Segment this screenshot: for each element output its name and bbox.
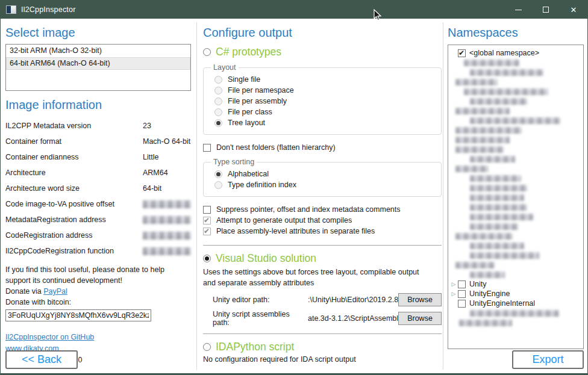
redacted-namespace <box>470 243 524 249</box>
checkbox-icon <box>203 144 211 152</box>
visual-studio-solution-radio[interactable]: Visual Studio solution <box>203 252 442 265</box>
namespace-item-redacted[interactable] <box>449 173 582 183</box>
image-info-table: IL2CPP Metadata version23Container forma… <box>5 118 191 259</box>
layout-option[interactable]: File per namespace <box>214 85 435 96</box>
image-listbox[interactable]: 32-bit ARM (Mach-O 32-bit)64-bit ARM64 (… <box>5 44 191 91</box>
image-list-item[interactable]: 64-bit ARM64 (Mach-O 64-bit) <box>6 57 190 70</box>
layout-option[interactable]: Tree layout <box>214 117 435 128</box>
namespace-label: Unity <box>469 280 486 288</box>
namespace-item-redacted[interactable] <box>449 222 582 231</box>
info-value: 64-bit <box>143 184 161 193</box>
output-option-checkbox[interactable]: Attempt to generate output that compiles <box>203 215 442 226</box>
select-image-heading: Select image <box>5 26 191 40</box>
separator <box>203 333 442 334</box>
redacted-namespace <box>455 262 495 268</box>
donate-via-prefix: Donate via <box>5 287 43 296</box>
namespace-item-redacted[interactable] <box>449 308 582 318</box>
github-link[interactable]: Il2CppInspector on GitHub <box>5 333 94 341</box>
flatten-hierarchy-label: Don't nest folders (flatten hierarchy) <box>216 143 336 152</box>
layout-option[interactable]: Single file <box>214 74 435 85</box>
output-option-checkbox[interactable]: Suppress pointer, offset and index metad… <box>203 204 442 215</box>
namespace-item-redacted[interactable] <box>449 250 582 260</box>
namespace-checkbox[interactable] <box>458 280 466 288</box>
namespace-item-redacted[interactable] <box>449 96 582 106</box>
namespace-item-redacted[interactable] <box>449 116 582 125</box>
minimize-button[interactable] <box>504 1 532 19</box>
redacted-value <box>143 216 191 224</box>
layout-option[interactable]: File per class <box>214 107 435 117</box>
namespace-item[interactable]: <global namespace> <box>449 48 582 58</box>
namespace-checkbox[interactable] <box>458 300 466 308</box>
namespace-item-redacted[interactable] <box>449 144 582 154</box>
type-sorting-options: AlphabeticalType definition index <box>210 169 435 190</box>
namespace-item-redacted[interactable] <box>449 58 582 67</box>
namespace-item-redacted[interactable] <box>449 125 582 135</box>
flatten-hierarchy-checkbox[interactable]: Don't nest folders (flatten hierarchy) <box>203 142 442 153</box>
bitcoin-address-input[interactable] <box>5 309 151 321</box>
browse-button[interactable]: Browse <box>398 312 442 325</box>
idapython-script-radio[interactable]: IDAPython script <box>203 341 442 353</box>
path-field-label: Unity editor path: <box>213 296 308 304</box>
titlebar: Il2CppInspector ✕ <box>1 1 587 19</box>
namespace-item-redacted[interactable] <box>449 241 582 250</box>
csharp-prototypes-radio[interactable]: C# prototypes <box>203 46 442 58</box>
checkbox-icon <box>203 228 211 235</box>
output-option-label: Place assembly-level attributes in separ… <box>216 227 375 235</box>
namespace-item[interactable]: UnityEngineInternal <box>449 299 582 308</box>
namespace-item[interactable]: ▷Unity <box>449 279 582 289</box>
visual-studio-solution-label: Visual Studio solution <box>216 252 316 265</box>
namespace-item-redacted[interactable] <box>449 318 582 327</box>
namespace-item-redacted[interactable] <box>449 106 582 116</box>
info-row: Il2CppCodeRegistration function <box>5 243 191 259</box>
info-label: Il2CppCodeRegistration function <box>5 247 143 255</box>
namespace-item-redacted[interactable] <box>449 260 582 270</box>
image-list-item[interactable]: 32-bit ARM (Mach-O 32-bit) <box>6 45 190 57</box>
namespace-item-redacted[interactable] <box>449 183 582 193</box>
redacted-namespace <box>464 88 548 95</box>
redacted-namespace <box>470 194 524 201</box>
redacted-namespace <box>455 137 510 143</box>
layout-group: Layout Single fileFile per namespaceFile… <box>203 63 442 135</box>
bitcoin-label: Donate with bitcoin: <box>5 297 191 308</box>
namespace-item-redacted[interactable] <box>449 67 582 77</box>
redacted-value <box>143 232 191 240</box>
maximize-button[interactable] <box>532 1 560 19</box>
expander-icon[interactable]: ▷ <box>449 290 458 298</box>
redacted-namespace <box>470 185 527 191</box>
layout-option-label: Tree layout <box>228 119 265 127</box>
namespace-item-redacted[interactable] <box>449 135 582 144</box>
browse-button[interactable]: Browse <box>398 293 442 306</box>
namespace-item[interactable]: ▷UnityEngine <box>449 289 582 299</box>
info-row: MetadataRegistration address <box>5 212 191 228</box>
namespace-item-redacted[interactable] <box>449 154 582 164</box>
radio-icon <box>203 343 211 351</box>
layout-option[interactable]: File per assembly <box>214 96 435 107</box>
visual-studio-description: Uses the settings above but forces tree … <box>203 267 432 288</box>
namespace-item-redacted[interactable] <box>449 193 582 202</box>
layout-options: Single fileFile per namespaceFile per as… <box>210 74 435 128</box>
info-label: Architecture word size <box>5 184 143 193</box>
namespaces-tree[interactable]: <global namespace>▷Unity▷UnityEngineUnit… <box>448 45 584 349</box>
info-label: IL2CPP Metadata version <box>5 122 143 130</box>
namespace-item-redacted[interactable] <box>449 212 582 222</box>
info-row: Container formatMach-O 64-bit <box>5 134 191 149</box>
namespace-checkbox[interactable] <box>458 49 466 57</box>
output-option-checkbox[interactable]: Place assembly-level attributes in separ… <box>203 226 442 237</box>
type-sorting-option[interactable]: Alphabetical <box>214 169 435 179</box>
radio-icon <box>214 181 222 189</box>
namespace-item-redacted[interactable] <box>449 87 582 96</box>
type-sorting-option[interactable]: Type definition index <box>214 179 435 190</box>
namespace-item-redacted[interactable] <box>449 164 582 173</box>
close-button[interactable]: ✕ <box>560 1 587 19</box>
expander-icon[interactable]: ▷ <box>449 280 458 288</box>
radio-icon <box>214 170 222 178</box>
back-button[interactable]: << Back <box>5 350 78 369</box>
namespace-item-redacted[interactable] <box>449 77 582 87</box>
namespace-item-redacted[interactable] <box>449 231 582 241</box>
column-divider-right <box>443 22 443 370</box>
paypal-link[interactable]: PayPal <box>43 287 67 296</box>
namespace-item-redacted[interactable] <box>449 202 582 212</box>
namespace-item-redacted[interactable] <box>449 270 582 279</box>
namespace-checkbox[interactable] <box>458 290 466 298</box>
export-button[interactable]: Export <box>512 350 584 369</box>
